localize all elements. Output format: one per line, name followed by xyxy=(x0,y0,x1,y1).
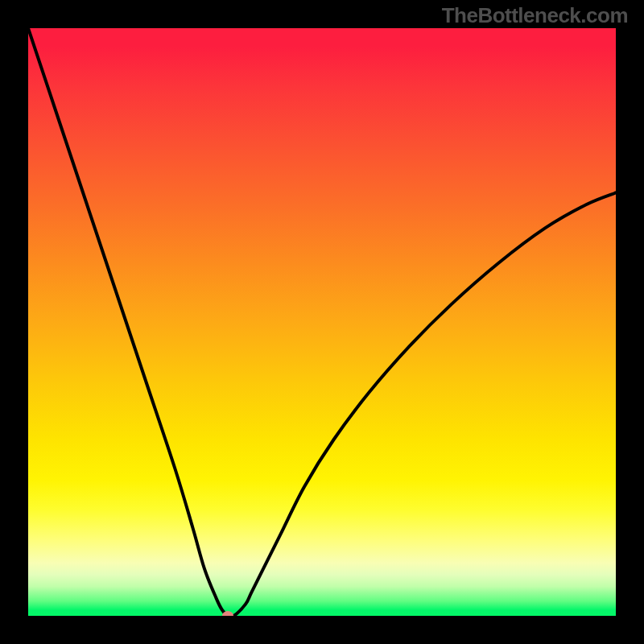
bottleneck-curve xyxy=(28,28,616,616)
chart-container: TheBottleneck.com xyxy=(0,0,644,644)
optimal-point-marker xyxy=(222,611,233,616)
plot-area xyxy=(28,28,616,616)
watermark-text: TheBottleneck.com xyxy=(442,3,628,28)
